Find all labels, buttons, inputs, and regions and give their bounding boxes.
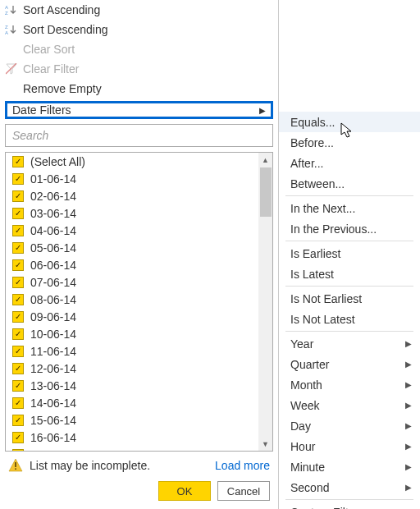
submenu-between[interactable]: Between... [279,173,420,194]
date-filters-submenu: Equals... Before... After... Between... … [279,0,420,509]
filter-menu-panel: A Z Sort Ascending Z A Sort Descending C… [0,0,279,509]
submenu-custom-filter[interactable]: Custom Filter... [279,502,420,509]
checkbox[interactable] [12,277,24,288]
submenu-is-not-latest[interactable]: Is Not Latest [279,309,420,329]
submenu-week[interactable]: Week▶ [279,395,420,415]
chevron-right-icon: ▶ [405,380,412,389]
list-item-label: 06-06-14 [30,259,76,272]
sort-ascending-item[interactable]: A Z Sort Ascending [0,0,278,20]
chevron-right-icon: ▶ [405,360,412,369]
list-item-label: 10-06-14 [30,328,76,341]
checkbox[interactable] [12,380,24,392]
list-item-label: 05-06-14 [30,241,76,254]
warning-icon [8,458,23,473]
spacer-icon [5,43,18,56]
sort-descending-item[interactable]: Z A Sort Descending [0,20,278,39]
spacer-icon [5,82,18,95]
submenu-after[interactable]: After... [279,153,420,173]
load-more-link[interactable]: Load more [215,459,270,472]
remove-empty-item[interactable]: Remove Empty [0,79,278,99]
clear-sort-label: Clear Sort [23,43,75,56]
list-item[interactable]: 04-06-14 [6,222,258,239]
list-item-label: 01-06-14 [30,172,76,186]
list-item[interactable]: 17-06-14 [6,446,258,451]
checkbox[interactable] [12,208,24,219]
submenu-in-next[interactable]: In the Next... [279,198,420,218]
list-item[interactable]: 07-06-14 [6,273,258,291]
submenu-second[interactable]: Second▶ [279,477,420,498]
submenu-is-not-earliest[interactable]: Is Not Earliest [279,288,420,309]
svg-text:Z: Z [5,25,8,30]
checkbox[interactable] [12,432,24,443]
svg-rect-5 [15,462,16,467]
scroll-down-icon[interactable]: ▼ [258,437,272,451]
submenu-is-earliest[interactable]: Is Earliest [279,243,420,264]
checkbox[interactable] [12,156,24,167]
list-item-label: 17-06-14 [30,448,76,452]
submenu-equals[interactable]: Equals... [279,112,420,132]
scrollbar[interactable]: ▲ ▼ [258,153,272,451]
list-item-label: 11-06-14 [30,345,76,358]
submenu-hour[interactable]: Hour▶ [279,436,420,456]
chevron-right-icon: ▶ [405,442,412,451]
list-item[interactable]: 02-06-14 [6,187,258,204]
list-item[interactable]: 12-06-14 [6,360,258,377]
submenu-day[interactable]: Day▶ [279,415,420,436]
checkbox[interactable] [12,242,24,254]
submenu-quarter[interactable]: Quarter▶ [279,354,420,374]
checkbox[interactable] [12,328,24,340]
checkbox[interactable] [12,294,24,305]
checkbox[interactable] [12,346,24,357]
warning-text: List may be incomplete. [30,459,150,472]
remove-empty-label: Remove Empty [23,82,102,95]
cancel-button[interactable]: Cancel [217,481,270,501]
search-input[interactable] [5,124,273,147]
list-item-label: 15-06-14 [30,414,76,427]
dialog-buttons: OK Cancel [0,476,278,509]
checkbox[interactable] [12,173,24,185]
list-item[interactable]: 16-06-14 [6,429,258,446]
submenu-in-previous[interactable]: In the Previous... [279,218,420,239]
submenu-month[interactable]: Month▶ [279,374,420,395]
list-item[interactable]: 03-06-14 [6,204,258,222]
list-item[interactable]: 11-06-14 [6,342,258,360]
svg-rect-6 [15,468,16,470]
sort-asc-label: Sort Ascending [23,3,100,16]
checkbox[interactable] [12,311,24,323]
list-item[interactable]: 05-06-14 [6,239,258,256]
list-item[interactable]: 09-06-14 [6,308,258,325]
list-item-label: 02-06-14 [30,190,76,203]
list-item[interactable]: 06-06-14 [6,256,258,273]
submenu-minute[interactable]: Minute▶ [279,456,420,477]
ok-button[interactable]: OK [158,481,211,501]
list-item[interactable]: 15-06-14 [6,411,258,429]
list-item[interactable]: 10-06-14 [6,325,258,342]
sort-desc-label: Sort Descending [23,23,108,36]
list-item-label: 07-06-14 [30,276,76,289]
list-item-label: 04-06-14 [30,224,76,237]
submenu-is-latest[interactable]: Is Latest [279,264,420,284]
list-item-label: 13-06-14 [30,379,76,392]
list-item[interactable]: 08-06-14 [6,291,258,308]
checkbox[interactable] [12,449,24,452]
sort-asc-icon: A Z [5,3,18,16]
submenu-year[interactable]: Year▶ [279,333,420,354]
list-item[interactable]: 13-06-14 [6,377,258,394]
chevron-right-icon: ▶ [405,483,412,492]
checkbox[interactable] [12,415,24,426]
list-item[interactable]: 14-06-14 [6,394,258,411]
footer-row: List may be incomplete. Load more [0,452,278,476]
list-item[interactable]: (Select All) [6,153,258,170]
list-item-label: 16-06-14 [30,431,76,444]
scroll-up-icon[interactable]: ▲ [258,153,272,167]
submenu-before[interactable]: Before... [279,132,420,153]
list-item[interactable]: 01-06-14 [6,170,258,187]
checkbox[interactable] [12,225,24,236]
checkbox[interactable] [12,259,24,271]
scroll-thumb[interactable] [260,167,272,217]
checkbox[interactable] [12,397,24,409]
date-filters-item[interactable]: Date Filters ▶ [5,101,273,119]
checkbox[interactable] [12,363,24,374]
clear-sort-item: Clear Sort [0,39,278,59]
checkbox[interactable] [12,190,24,202]
